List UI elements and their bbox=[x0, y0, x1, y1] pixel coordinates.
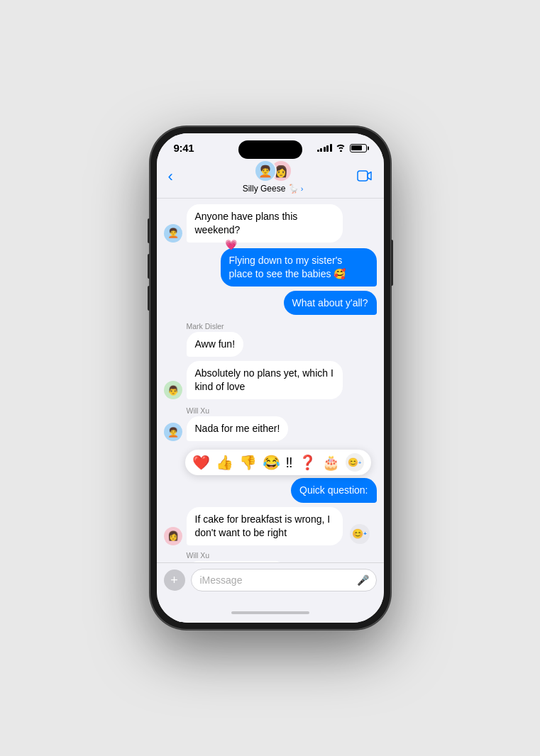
add-attachment-button[interactable]: + bbox=[164, 569, 185, 591]
message-bubble[interactable]: Haha I second that bbox=[187, 561, 287, 562]
reaction-thumbsdown[interactable]: 👎 bbox=[239, 454, 257, 471]
dynamic-island bbox=[238, 140, 302, 159]
status-icons bbox=[317, 144, 367, 152]
avatar: 🧑‍🦱 bbox=[164, 423, 182, 441]
message-row: 🧑‍🦱 Nada for me either! bbox=[164, 416, 377, 441]
reaction-heart[interactable]: ❤️ bbox=[192, 454, 210, 471]
home-indicator bbox=[157, 603, 384, 623]
phone-frame: 9:41 ‹ bbox=[150, 126, 391, 630]
battery-fill bbox=[351, 145, 362, 150]
signal-icon bbox=[317, 144, 332, 152]
message-bubble[interactable]: If cake for breakfast is wrong, I don't … bbox=[187, 507, 343, 545]
message-row: What about y'all? bbox=[164, 291, 377, 316]
avatar: 🧑‍🦱 bbox=[164, 224, 182, 243]
message-with-reaction: ❤️ 👍 👎 😂 ‼️ ❓ 🎂 😊+ Quick questi bbox=[164, 450, 377, 503]
message-row: 🧑‍🦱 Anyone have plans this weekend? bbox=[164, 204, 377, 243]
reaction-cake[interactable]: 🎂 bbox=[322, 454, 340, 471]
message-input[interactable]: iMessage 🎤 bbox=[191, 569, 377, 591]
mic-button[interactable]: 🎤 bbox=[357, 574, 369, 586]
sender-name: Will Xu bbox=[187, 406, 377, 415]
group-avatars: 🧑‍🦱 👩 bbox=[254, 160, 292, 182]
tapback-add-button[interactable]: 😊 + bbox=[350, 524, 370, 544]
status-time: 9:41 bbox=[174, 142, 194, 154]
message-row: 💗 Flying down to my sister's place to se… bbox=[164, 248, 377, 287]
sender-name: Mark Disler bbox=[187, 322, 377, 330]
message-bubble[interactable]: Aww fun! bbox=[187, 332, 244, 357]
message-bubble[interactable]: What about y'all? bbox=[284, 291, 377, 316]
message-bubble[interactable]: Anyone have plans this weekend? bbox=[187, 204, 343, 243]
avatar-1: 🧑‍🦱 bbox=[254, 160, 277, 182]
message-row: 👩 If cake for breakfast is wrong, I don'… bbox=[164, 507, 377, 545]
message-row: 👨 Absolutely no plans yet, which I kind … bbox=[164, 361, 377, 399]
input-bar: + iMessage 🎤 bbox=[157, 562, 384, 603]
nav-bar: ‹ 🧑‍🦱 👩 Silly Geese 🪿 › bbox=[157, 157, 384, 199]
reaction-thumbsup[interactable]: 👍 bbox=[216, 454, 233, 471]
battery-icon bbox=[350, 144, 367, 152]
avatar: 👩 bbox=[164, 527, 182, 545]
nav-chevron-icon: › bbox=[301, 184, 304, 193]
message-bubble[interactable]: Nada for me either! bbox=[187, 416, 289, 441]
nav-center[interactable]: 🧑‍🦱 👩 Silly Geese 🪿 › bbox=[189, 160, 357, 194]
message-bubble[interactable]: Absolutely no plans yet, which I kind of… bbox=[187, 361, 343, 399]
reaction-bar[interactable]: ❤️ 👍 👎 😂 ‼️ ❓ 🎂 😊+ bbox=[185, 450, 371, 475]
wifi-svg-icon bbox=[336, 144, 346, 152]
message-bubble[interactable]: Quick question: bbox=[291, 478, 377, 503]
video-call-button[interactable] bbox=[357, 169, 373, 185]
reaction-more-button[interactable]: 😊+ bbox=[346, 453, 364, 472]
message-bubble[interactable]: 💗 Flying down to my sister's place to se… bbox=[221, 248, 377, 287]
reaction-haha[interactable]: 😂 bbox=[263, 454, 280, 471]
phone-screen: 9:41 ‹ bbox=[157, 133, 384, 623]
message-row: Quick question: bbox=[164, 478, 377, 503]
reaction-question[interactable]: ❓ bbox=[299, 454, 316, 471]
reaction-exclaim[interactable]: ‼️ bbox=[286, 455, 293, 471]
status-bar: 9:41 bbox=[157, 133, 384, 157]
heart-reaction-icon: 💗 bbox=[225, 238, 237, 252]
avatar: 👨 bbox=[164, 381, 182, 399]
back-button[interactable]: ‹ bbox=[168, 167, 189, 186]
messages-area: 🧑‍🦱 Anyone have plans this weekend? 💗 Fl… bbox=[157, 199, 384, 562]
home-bar bbox=[231, 611, 309, 614]
svg-rect-0 bbox=[358, 171, 368, 181]
sender-name: Will Xu bbox=[187, 551, 377, 560]
group-name: Silly Geese 🪿 › bbox=[243, 184, 304, 194]
message-row: Aww fun! bbox=[164, 332, 377, 357]
